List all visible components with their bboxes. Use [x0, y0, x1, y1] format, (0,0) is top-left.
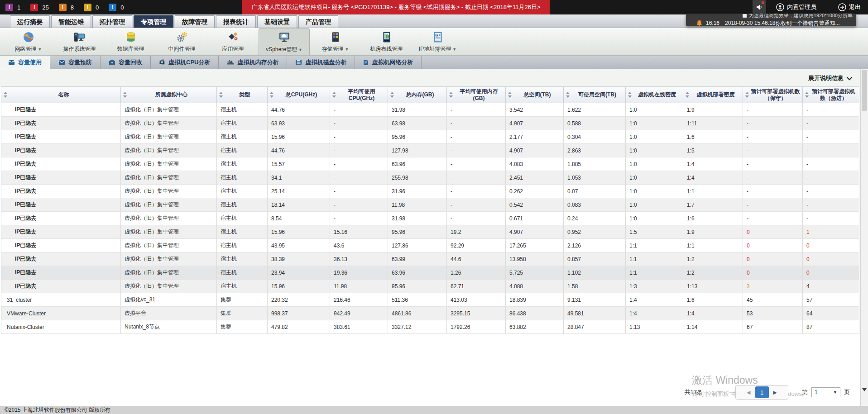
- bell-icon: [696, 20, 703, 26]
- table-row[interactable]: IP已隐去虚拟化（旧）集中管理宿主机8.54-31.98-0.6710.241:…: [1, 212, 859, 225]
- tab-topology[interactable]: 拓扑管理: [92, 15, 132, 28]
- tab-intelligent-ops[interactable]: 智能运维: [51, 15, 91, 28]
- cell: 1:11: [683, 117, 743, 130]
- tab-fault-management[interactable]: 故障管理: [175, 15, 215, 28]
- sort-icon[interactable]: [4, 92, 7, 98]
- table-row[interactable]: IP已隐去虚拟化（旧）集中管理宿主机18.14-11.98-0.5420.083…: [1, 198, 859, 212]
- col-header-total-space[interactable]: 总空间(TB): [506, 87, 564, 103]
- cell: 0: [743, 225, 803, 239]
- cell: 216.46: [330, 293, 388, 307]
- notification-toast[interactable]: 为达最佳浏览效果，建议使用1920*1080分辨率 16:16 2018-09-…: [686, 14, 856, 26]
- col-header-avg-mem[interactable]: 平均可使用内存(GB): [447, 87, 506, 103]
- table-row[interactable]: IP已隐去虚拟化（旧）集中管理宿主机15.9615.1695.9619.24.9…: [1, 225, 859, 239]
- scroll-down-button[interactable]: [861, 386, 868, 393]
- sort-icon[interactable]: [628, 92, 632, 98]
- alert-badge-warning[interactable]: ! 0: [84, 4, 99, 11]
- subtab-vm-disk-analysis[interactable]: 虚拟机磁盘分析: [287, 56, 355, 69]
- table-row[interactable]: IP已隐去虚拟化（旧）集中管理宿主机43.9543.6127.8692.2917…: [1, 239, 859, 252]
- tool-middleware-management[interactable]: 中间件管理: [156, 28, 207, 55]
- sound-toggle-button[interactable]: [753, 0, 766, 14]
- col-header-avail-space[interactable]: 可使用空间(TB): [564, 87, 626, 103]
- table-row[interactable]: IP已隐去虚拟化（旧）集中管理宿主机15.57-63.96-4.0831.885…: [1, 157, 859, 171]
- cell: 1:1: [626, 266, 683, 280]
- sort-icon[interactable]: [219, 92, 223, 98]
- subtab-vm-network-analysis[interactable]: 虚拟机网络分析: [355, 56, 422, 69]
- col-header-deployable-conservative[interactable]: 预计可部署虚拟机数（保守）: [743, 87, 803, 103]
- page-select-dropdown[interactable]: 1 ▼: [811, 387, 840, 397]
- gears-icon: [176, 30, 188, 44]
- cell: 43.6: [330, 239, 388, 252]
- sort-icon[interactable]: [805, 92, 809, 98]
- tool-storage-management[interactable]: 存储管理▼: [310, 28, 361, 55]
- cell: -: [743, 157, 803, 171]
- sort-icon[interactable]: [508, 92, 512, 98]
- current-page-button[interactable]: 1: [755, 386, 769, 398]
- scrollbar-thumb[interactable]: [862, 70, 867, 111]
- cell: 1.622: [564, 103, 626, 117]
- col-header-total-mem[interactable]: 总内存(GB): [388, 87, 447, 103]
- col-header-vm-deploy-density[interactable]: 虚拟机部署密度: [683, 87, 743, 103]
- col-header-name[interactable]: 名称: [1, 87, 121, 103]
- alert-badge-major[interactable]: ! 25: [30, 4, 48, 11]
- table-row[interactable]: IP已隐去虚拟化（旧）集中管理宿主机38.3936.1363.9944.613.…: [1, 252, 859, 266]
- sort-icon[interactable]: [745, 92, 749, 98]
- cell: 虚拟化（旧）集中管理: [121, 198, 217, 212]
- tab-operation-summary[interactable]: 运行摘要: [10, 15, 50, 28]
- subtab-capacity-recycle[interactable]: 容量回收: [101, 56, 151, 69]
- col-header-deployable-aggressive[interactable]: 预计可部署虚拟机数（激进）: [803, 87, 859, 103]
- cell: 53: [743, 307, 803, 320]
- subtab-vm-cpu-analysis[interactable]: 虚拟机CPU分析: [151, 56, 219, 69]
- user-menu[interactable]: 内置管理员: [776, 3, 816, 11]
- tab-report-statistics[interactable]: 报表统计: [216, 15, 256, 28]
- tool-database-management[interactable]: 数据库管理: [105, 28, 156, 55]
- subtab-capacity-usage[interactable]: 容量使用: [0, 56, 50, 69]
- tool-os-management[interactable]: 操作系统管理: [54, 28, 105, 55]
- table-row[interactable]: 31_cluster虚拟化vc_31集群220.32216.46511.3641…: [1, 293, 859, 307]
- table-row[interactable]: IP已隐去虚拟化（旧）集中管理宿主机34.1-255.98-2.4511.053…: [1, 171, 859, 185]
- next-page-button[interactable]: ▶: [769, 390, 782, 395]
- tab-basic-settings[interactable]: 基础设置: [257, 15, 297, 28]
- tool-network-management[interactable]: 网络管理▼: [3, 28, 54, 55]
- prev-page-button[interactable]: ◀: [742, 390, 755, 395]
- table-row[interactable]: IP已隐去虚拟化（旧）集中管理宿主机44.76-31.98-3.5421.622…: [1, 103, 859, 117]
- sort-icon[interactable]: [123, 92, 127, 98]
- col-header-vcenter[interactable]: 所属虚拟中心: [121, 87, 217, 103]
- table-row[interactable]: IP已隐去虚拟化（旧）集中管理宿主机25.14-31.96-0.2620.071…: [1, 185, 859, 198]
- alert-badge-critical[interactable]: ! 1: [5, 4, 20, 11]
- table-row[interactable]: Nutanix-ClusterNutanix_8节点集群479.82383.61…: [1, 320, 859, 334]
- sort-icon[interactable]: [449, 92, 453, 98]
- logout-button[interactable]: 退出: [838, 3, 861, 11]
- sort-icon[interactable]: [686, 92, 689, 98]
- sort-icon[interactable]: [390, 92, 394, 98]
- tool-vsphere-management[interactable]: vSphere管理▼: [259, 28, 310, 55]
- sort-icon[interactable]: [566, 92, 570, 98]
- cell: 1.885: [564, 157, 626, 171]
- col-header-type[interactable]: 类型: [217, 87, 268, 103]
- cell: 18.14: [268, 198, 330, 212]
- tab-special-management[interactable]: 专项管理: [134, 15, 173, 28]
- col-header-total-cpu[interactable]: 总CPU(GHz): [268, 87, 330, 103]
- table-row[interactable]: IP已隐去虚拟化（旧）集中管理宿主机44.76-127.98-4.9072.86…: [1, 144, 859, 157]
- tool-ip-address-management[interactable]: IP IP地址簿管理▼: [412, 28, 463, 55]
- cell: 511.36: [388, 293, 447, 307]
- tool-room-cabling-management[interactable]: 机房布线管理: [361, 28, 412, 55]
- col-header-avg-cpu[interactable]: 平均可使用CPU(GHz): [330, 87, 388, 103]
- sort-icon[interactable]: [332, 92, 336, 98]
- tool-application-management[interactable]: 应用管理: [207, 28, 259, 55]
- tab-product-management[interactable]: 产品管理: [298, 15, 338, 28]
- table-row[interactable]: IP已隐去虚拟化（旧）集中管理宿主机63.93-63.98-4.9070.588…: [1, 117, 859, 130]
- col-header-vm-online-density[interactable]: 虚拟机在线密度: [626, 87, 683, 103]
- alert-badge-info[interactable]: ! 0: [109, 4, 124, 11]
- sort-icon[interactable]: [270, 92, 273, 98]
- subtab-vm-memory-analysis[interactable]: 虚拟机内存分析: [219, 56, 287, 69]
- subtab-capacity-prevention[interactable]: 容量预防: [50, 56, 101, 69]
- cell: -: [330, 130, 388, 144]
- table-row[interactable]: IP已隐去虚拟化（旧）集中管理宿主机15.9611.9895.9662.714.…: [1, 280, 859, 293]
- table-row[interactable]: IP已隐去虚拟化（旧）集中管理宿主机23.9419.3663.961.265.7…: [1, 266, 859, 280]
- cell: 31.98: [388, 103, 447, 117]
- alert-badge-minor[interactable]: ! 8: [59, 4, 74, 11]
- expand-info-link[interactable]: 展开说明信息: [808, 74, 853, 82]
- table-row[interactable]: VMware-Cluster虚拟平台集群998.37942.494861.863…: [1, 307, 859, 320]
- vertical-scrollbar[interactable]: [860, 69, 868, 406]
- table-row[interactable]: IP已隐去虚拟化（旧）集中管理宿主机15.96-95.96-2.1770.304…: [1, 130, 859, 144]
